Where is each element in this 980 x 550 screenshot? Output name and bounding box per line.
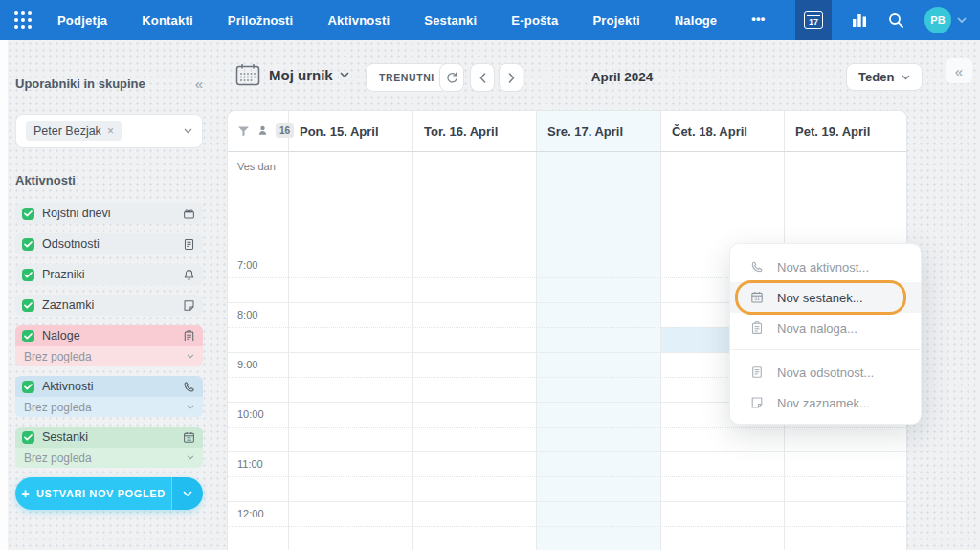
nav-item-podjetja[interactable]: Podjetja [57, 13, 107, 28]
sidebar-item-prazniki[interactable]: Prazniki [15, 264, 203, 285]
main-menu: Podjetja Kontakti Priložnosti Aktivnosti… [57, 13, 766, 28]
app-grid-icon[interactable] [13, 11, 33, 30]
checkbox-checked[interactable] [22, 238, 34, 251]
clipboard-icon [749, 320, 765, 336]
nav-item-sestanki[interactable]: Sestanki [424, 13, 477, 28]
sidebar-group-naloge: Naloge Brez pogleda [15, 325, 203, 366]
phone-icon [182, 380, 196, 394]
day-header-thu[interactable]: Čet. 18. April [660, 111, 784, 152]
chevron-down-icon [187, 405, 194, 409]
day-header-fri[interactable]: Pet. 19. April [784, 111, 907, 152]
grid-line [228, 501, 906, 502]
user-tag: Peter Bezjak × [26, 121, 122, 141]
prev-button[interactable] [470, 63, 495, 92]
time-label: 7:00 [237, 259, 257, 271]
person-icon[interactable] [256, 124, 269, 137]
all-day-label: Ves dan [237, 161, 276, 172]
time-label: 10:00 [237, 408, 264, 420]
range-selector[interactable]: Teden [846, 63, 923, 91]
day-header-tue[interactable]: Tor. 16. April [412, 111, 536, 152]
chevron-down-icon [187, 455, 194, 460]
svg-text:31: 31 [187, 436, 192, 441]
calendar-nav-button[interactable]: 17 [795, 0, 832, 40]
next-button[interactable] [499, 63, 523, 92]
sidebar-item-sestanki[interactable]: Sestanki 31 [15, 427, 203, 448]
sidebar-item-zaznamki[interactable]: Zaznamki [15, 295, 203, 316]
create-view-button[interactable]: + USTVARI NOV POGLED [15, 477, 203, 510]
nav-item-kontakti[interactable]: Kontakti [142, 13, 193, 28]
view-dropdown-aktivnosti[interactable]: Brez pogleda [15, 397, 203, 417]
menu-item-nova-naloga[interactable]: Nova naloga... [730, 313, 921, 343]
sidebar-item-rojstni-dnevi[interactable]: Rojstni dnevi [15, 203, 203, 224]
nav-item-projekti[interactable]: Projekti [592, 13, 639, 28]
document-icon [182, 237, 196, 252]
sidebar-title: Uporabniki in skupine [15, 77, 145, 91]
sidebar-item-aktivnosti[interactable]: Aktivnosti [15, 376, 203, 397]
grid-line [660, 111, 661, 550]
avatar: PB [924, 7, 951, 33]
svg-text:31: 31 [754, 296, 760, 301]
clipboard-icon [182, 329, 196, 343]
document-icon [749, 364, 765, 380]
sidebar-collapse-icon[interactable]: « [195, 77, 203, 91]
today-column-highlight [536, 111, 660, 550]
time-label: 8:00 [237, 309, 257, 320]
day-header-wed[interactable]: Sre. 17. April [536, 111, 660, 152]
nav-item-aktivnosti[interactable]: Aktivnosti [327, 13, 390, 28]
grid-line [228, 526, 906, 527]
checkbox-checked[interactable] [22, 299, 34, 312]
note-icon [749, 395, 765, 410]
today-button[interactable]: TRENUTNI [366, 63, 448, 92]
nav-item-eposta[interactable]: E-pošta [511, 13, 558, 28]
day-header-mon[interactable]: Pon. 15. April [288, 111, 412, 152]
more-menu-icon[interactable]: ••• [751, 11, 765, 26]
nav-item-naloge[interactable]: Naloge [675, 13, 718, 28]
checkbox-checked[interactable] [22, 330, 34, 342]
menu-item-nov-zaznamek[interactable]: Nov zaznamek... [730, 387, 921, 418]
calendar-icon: 31 [749, 290, 765, 305]
note-icon [182, 298, 196, 313]
chevron-down-icon [957, 17, 967, 24]
calendar-view-selector[interactable]: Moj urnik [269, 67, 349, 83]
month-title: April 2024 [550, 70, 694, 84]
sidebar-item-odsotnosti[interactable]: Odsotnosti [15, 233, 203, 254]
menu-item-nova-aktivnost[interactable]: Nova aktivnost... [730, 252, 921, 282]
time-label: 9:00 [237, 359, 257, 370]
checkbox-checked[interactable] [22, 381, 34, 393]
view-dropdown-sestanki[interactable]: Brez pogleda [15, 448, 203, 468]
checkbox-checked[interactable] [22, 431, 34, 444]
chevron-down-icon [902, 75, 910, 80]
grid-line [228, 451, 906, 452]
user-filter-select[interactable]: Peter Bezjak × [15, 114, 203, 148]
calendar-icon: 17 [804, 11, 823, 29]
refresh-button[interactable] [439, 63, 464, 92]
sidebar-item-naloge[interactable]: Naloge [15, 325, 203, 346]
grid-line [412, 111, 413, 550]
bell-icon [182, 268, 196, 282]
menu-item-nov-sestanek[interactable]: 31 Nov sestanek... [730, 282, 921, 313]
menu-divider [730, 349, 921, 350]
sidebar-group-sestanki: Sestanki 31 Brez pogleda [15, 427, 203, 468]
create-view-dropdown-button[interactable] [171, 477, 203, 510]
gift-icon [182, 207, 196, 221]
nav-item-priloznosti[interactable]: Priložnosti [228, 13, 294, 28]
search-icon[interactable] [887, 11, 905, 30]
checkbox-checked[interactable] [22, 269, 34, 281]
left-edge-strip [0, 40, 8, 550]
phone-icon [749, 259, 765, 275]
calendar-icon: 31 [182, 430, 196, 445]
section-title: Aktivnosti [15, 173, 203, 187]
view-dropdown-naloge[interactable]: Brez pogleda [15, 346, 203, 366]
checkbox-checked[interactable] [22, 208, 34, 220]
filter-icon[interactable] [237, 125, 250, 137]
menu-item-nova-odsotnost[interactable]: Nova odsotnost... [730, 357, 921, 387]
user-menu[interactable]: PB [924, 7, 967, 33]
sidebar: Uporabniki in skupine « Peter Bezjak × A… [8, 40, 211, 510]
grid-line [536, 111, 537, 550]
chevron-down-icon [184, 128, 192, 134]
time-label: 11:00 [237, 458, 263, 470]
remove-tag-icon[interactable]: × [107, 124, 114, 138]
calendar-view-icon [235, 63, 260, 87]
bar-chart-icon[interactable] [851, 11, 868, 29]
right-panel-collapse-icon[interactable]: « [946, 58, 972, 83]
